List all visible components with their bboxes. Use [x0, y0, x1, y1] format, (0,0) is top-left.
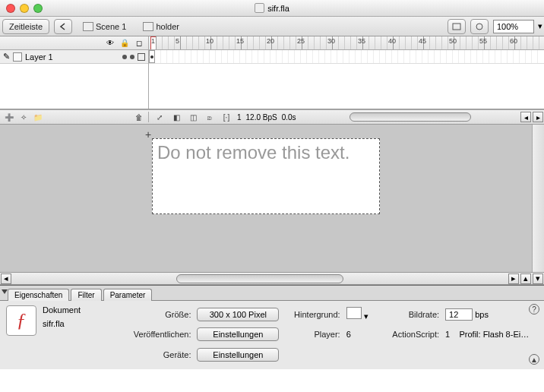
timeline-ruler[interactable]: 151015202530354045505560: [149, 36, 544, 49]
profile-label: Profil:: [459, 330, 480, 339]
window-controls: [6, 4, 43, 13]
scene-breadcrumb[interactable]: Scene 1: [77, 19, 132, 34]
stage-scroll-left-button[interactable]: ◂: [1, 273, 11, 284]
layer-type-icon: [13, 52, 22, 62]
scroll-right-button[interactable]: ▸: [533, 112, 543, 122]
publish-settings-button[interactable]: Einstellungen: [197, 327, 279, 341]
minimize-window-button[interactable]: [20, 4, 29, 13]
edit-symbol-button[interactable]: [470, 19, 489, 34]
text-field-object[interactable]: Do not remove this text.: [152, 138, 380, 214]
size-label: Größe:: [125, 310, 191, 319]
tab-parameters[interactable]: Parameter: [103, 289, 153, 301]
window-titlebar: sifr.fla: [0, 0, 544, 17]
background-color-well[interactable]: [346, 307, 362, 319]
center-frame-icon[interactable]: ⤢: [153, 112, 166, 122]
stage-horizontal-scrollbar[interactable]: [176, 274, 343, 283]
profile-value: Flash 8-Ei…: [483, 330, 530, 339]
devices-label: Geräte:: [125, 350, 191, 359]
framerate-input[interactable]: [445, 308, 473, 321]
scene-icon: [83, 22, 93, 31]
help-icon[interactable]: ?: [529, 304, 539, 315]
fps-value: 12.0 BpS: [246, 113, 277, 122]
time-value: 0.0s: [282, 113, 296, 122]
framerate-unit: bps: [475, 310, 489, 319]
player-label: Player:: [285, 330, 340, 339]
background-label: Hintergrund:: [285, 310, 340, 319]
framerate-label: Bildrate:: [384, 310, 440, 319]
player-value: 6: [346, 330, 378, 339]
properties-panel: Eigenschaften Filter Parameter ƒ Dokumen…: [0, 285, 544, 369]
pencil-icon: ✎: [3, 52, 10, 62]
edit-multiple-icon[interactable]: ⎄: [204, 112, 216, 122]
close-window-button[interactable]: [6, 4, 15, 13]
symbol-breadcrumb[interactable]: holder: [137, 19, 185, 34]
layer-row[interactable]: ✎ Layer 1: [0, 50, 148, 64]
actionscript-value: 1: [445, 330, 450, 339]
scroll-left-button[interactable]: ◂: [520, 112, 531, 122]
timeline-footer: ➕ ✧ 📁 🗑 ⤢ ◧ ◫ ⎄ [·] 1 12.0 BpS 0.0s ◂ ▸: [0, 109, 544, 125]
add-guide-layer-button[interactable]: ✧: [17, 112, 30, 122]
svg-rect-0: [453, 24, 460, 30]
layer-outline-box[interactable]: [138, 53, 145, 61]
zoom-input[interactable]: [493, 20, 534, 33]
stage-scroll-right-button[interactable]: ▸: [508, 273, 519, 284]
outline-icon[interactable]: ◻: [134, 38, 144, 48]
onion-outline-icon[interactable]: ◫: [187, 112, 199, 122]
document-type-label: Dokument: [43, 305, 119, 315]
actionscript-label: ActionScript:: [384, 330, 440, 339]
zoom-window-button[interactable]: [33, 4, 43, 13]
tab-properties[interactable]: Eigenschaften: [8, 289, 69, 301]
delete-layer-button[interactable]: 🗑: [133, 112, 145, 122]
stage-scroll-up-button[interactable]: ▴: [520, 273, 531, 284]
timeline-header: 👁 🔒 ◻ 151015202530354045505560: [0, 36, 544, 50]
document-icon: [255, 3, 264, 13]
eye-icon[interactable]: 👁: [105, 38, 115, 48]
frames-grid[interactable]: [149, 50, 544, 109]
symbol-icon: [143, 22, 153, 31]
lock-icon[interactable]: 🔒: [119, 38, 129, 48]
timeline-scrollbar[interactable]: [349, 112, 471, 122]
add-folder-button[interactable]: 📁: [32, 112, 44, 122]
publish-label: Veröffentlichen:: [125, 330, 191, 339]
edit-scene-button[interactable]: [448, 19, 466, 34]
layer-lock-dot[interactable]: [130, 55, 134, 59]
layer-visible-dot[interactable]: [122, 55, 127, 59]
properties-tabs: Eigenschaften Filter Parameter: [0, 286, 544, 301]
window-title: sifr.fla: [267, 4, 289, 13]
stage-vertical-scrollbar[interactable]: [532, 125, 544, 272]
stage-scroll-down-button[interactable]: ▾: [533, 273, 543, 284]
tab-filters[interactable]: Filter: [71, 289, 101, 301]
panel-collapse-icon[interactable]: [2, 289, 8, 294]
svg-point-1: [476, 24, 482, 30]
stage-hscroll-row: ◂ ▸ ▴ ▾: [0, 273, 544, 285]
scene-label: Scene 1: [96, 22, 126, 31]
document-filename: sifr.fla: [43, 319, 119, 328]
text-content: Do not remove this text.: [157, 142, 375, 163]
devices-settings-button[interactable]: Einstellungen: [197, 348, 279, 362]
zoom-menu-button[interactable]: ▾: [536, 20, 544, 33]
symbol-label: holder: [156, 22, 179, 31]
layer-name[interactable]: Layer 1: [25, 52, 110, 62]
stage[interactable]: Do not remove this text.: [0, 125, 544, 273]
document-toolbar: Zeitleiste Scene 1 holder ▾: [0, 17, 544, 36]
size-button[interactable]: 300 x 100 Pixel: [197, 308, 279, 321]
timeline-layers: ✎ Layer 1: [0, 50, 544, 109]
current-frame-value: 1: [237, 113, 242, 122]
onion-markers-icon[interactable]: [·]: [220, 112, 232, 122]
back-button[interactable]: [54, 19, 72, 34]
onion-skin-icon[interactable]: ◧: [170, 112, 182, 122]
timeline-toggle-button[interactable]: Zeitleiste: [2, 19, 49, 34]
expand-panel-icon[interactable]: ▲: [529, 354, 539, 365]
add-layer-button[interactable]: ➕: [3, 112, 15, 122]
flash-icon: ƒ: [6, 305, 36, 336]
